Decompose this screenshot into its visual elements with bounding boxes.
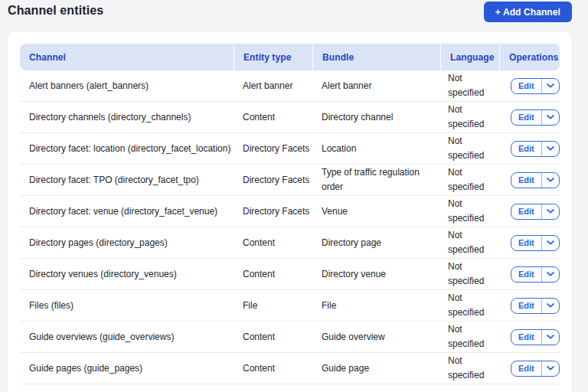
edit-button[interactable]: Edit [511,142,541,156]
column-header-language: Language [440,44,499,70]
channel-cell: Directory pages (directory_pages) [20,236,234,250]
language-cell: Not specified [440,71,499,100]
operations-cell: Edit [499,204,560,220]
channel-cell: Directory facet: TPO (directory_facet_tp… [20,173,234,188]
edit-button[interactable]: Edit [511,173,541,188]
bundle-cell: Venue [312,204,440,219]
edit-dropdown-toggle[interactable] [541,361,559,376]
edit-split-button: Edit [511,361,560,377]
language-cell: Not specified [440,103,499,131]
edit-dropdown-toggle[interactable] [541,142,559,156]
edit-dropdown-toggle[interactable] [541,267,559,282]
language-cell: Not specified [440,322,499,351]
entity-type-cell: Content [234,267,312,282]
table-row: Directory facet: TPO (directory_facet_tp… [20,165,560,196]
operations-cell: Edit [499,266,560,283]
operations-cell: Edit [499,109,560,126]
edit-button[interactable]: Edit [511,79,541,93]
channel-cell: Files (files) [20,299,234,313]
edit-button[interactable]: Edit [511,299,541,313]
table-row: Directory facet: venue (directory_facet_… [20,196,560,227]
chevron-down-icon [547,335,554,339]
edit-button[interactable]: Edit [511,361,541,376]
edit-dropdown-toggle[interactable] [541,110,559,125]
operations-cell: Edit [499,329,560,345]
chevron-down-icon [547,146,554,151]
operations-cell: Edit [499,141,560,157]
operations-cell: Edit [499,235,560,251]
bundle-cell: Directory channel [312,110,440,125]
chevron-down-icon [547,272,554,276]
edit-dropdown-toggle[interactable] [541,236,559,250]
chevron-down-icon [547,178,554,182]
language-cell: Not specified [440,197,499,225]
edit-button[interactable]: Edit [511,110,541,125]
language-cell: Not specified [440,228,499,256]
column-header-bundle: Bundle [312,44,440,70]
language-cell: Not specified [440,134,499,162]
edit-split-button: Edit [511,235,560,251]
entity-type-cell: Directory Facets [234,204,312,219]
edit-split-button: Edit [511,329,560,345]
channel-cell: Alert banners (alert_banners) [20,79,234,93]
entity-type-cell: Content [234,361,312,376]
table-row: Directory channels (directory_channels) … [20,102,560,133]
edit-dropdown-toggle[interactable] [541,204,559,219]
edit-split-button: Edit [511,298,560,314]
edit-dropdown-toggle[interactable] [541,79,559,93]
channel-cell: Directory facet: location (directory_fac… [20,142,234,156]
edit-dropdown-toggle[interactable] [541,330,559,345]
entity-type-cell: Directory Facets [234,142,312,156]
edit-dropdown-toggle[interactable] [541,173,559,188]
chevron-down-icon [547,83,554,88]
table-row: Directory venues (directory_venues) Cont… [20,259,560,290]
edit-split-button: Edit [511,109,560,126]
bundle-cell: Directory venue [312,267,440,282]
operations-cell: Edit [499,172,560,188]
edit-button[interactable]: Edit [511,267,541,282]
edit-dropdown-toggle[interactable] [541,299,559,313]
chevron-down-icon [547,240,554,245]
channel-entities-card: Channel Entity type Bundle Language Oper… [8,31,572,392]
operations-cell: Edit [499,78,560,94]
channel-cell: Directory facet: venue (directory_facet_… [20,204,234,219]
edit-split-button: Edit [511,141,560,157]
table-row: Alert banners (alert_banners) Alert bann… [20,70,560,102]
edit-button[interactable]: Edit [511,236,541,250]
language-cell: Not specified [440,260,499,288]
chevron-down-icon [547,303,554,308]
table-row: Directory pages (directory_pages) Conten… [20,227,560,259]
operations-cell: Edit [499,298,560,314]
page-title: Channel entities [8,2,103,18]
column-header-entity-type: Entity type [234,44,312,70]
channel-cell: Directory venues (directory_venues) [20,267,234,282]
language-cell: Not specified [440,291,499,319]
channel-cell: Directory channels (directory_channels) [20,110,234,125]
edit-button[interactable]: Edit [511,330,541,345]
channel-cell: Guide overviews (guide_overviews) [20,330,234,345]
edit-split-button: Edit [511,78,560,94]
entity-type-cell: Alert banner [234,79,312,93]
chevron-down-icon [547,209,554,214]
bundle-cell: Directory page [312,236,440,250]
entity-type-cell: Content [234,330,312,345]
edit-split-button: Edit [511,266,560,283]
language-cell: Not specified [440,354,499,382]
add-channel-button[interactable]: + Add Channel [484,2,572,22]
column-header-channel: Channel [20,52,234,63]
table-row: Guide pages (guide_pages) Content Guide … [20,353,560,384]
bundle-cell: Location [312,142,440,156]
edit-button[interactable]: Edit [511,204,541,219]
bundle-cell: Guide overview [312,330,440,345]
language-cell: Not specified [440,165,499,194]
entity-type-cell: Content [234,236,312,250]
entity-type-cell: Directory Facets [234,173,312,188]
page-container: Channel entities + Add Channel Channel E… [8,0,572,392]
channel-cell: Guide pages (guide_pages) [20,361,234,376]
edit-split-button: Edit [511,172,560,188]
bundle-cell: Type of traffic regulation order [312,165,440,194]
table-header-row: Channel Entity type Bundle Language Oper… [20,44,560,70]
column-header-operations: Operations [499,44,560,70]
bundle-cell: File [312,299,440,313]
entity-type-cell: Content [234,110,312,125]
